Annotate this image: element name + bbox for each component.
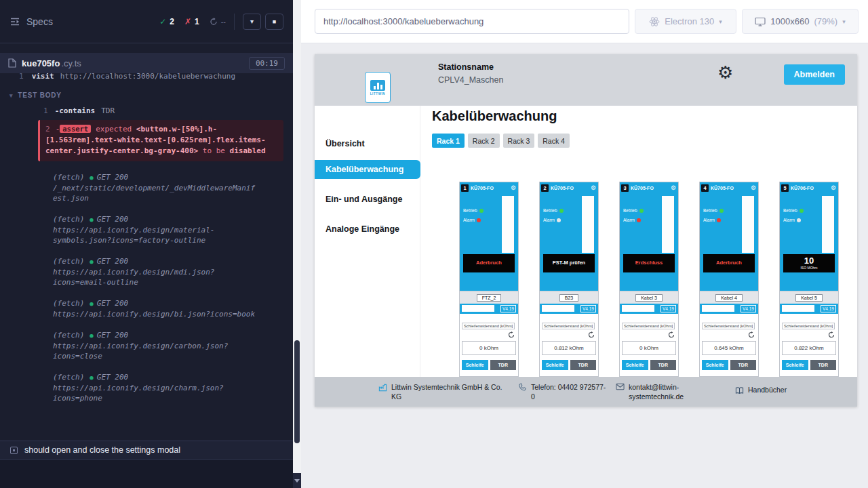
browser-selector[interactable]: Electron 130 ▾ [635, 9, 736, 34]
refresh-icon[interactable] [460, 331, 515, 338]
device-card-5: 5KÜ706-FO⚙ Betrieb Alarm 10ISO MOhm Kabe… [779, 182, 839, 377]
pending-stat: -- [210, 18, 226, 26]
log-visit-command[interactable]: 1visithttp://localhost:3000/kabelueberwa… [0, 73, 293, 81]
schleife-button[interactable]: Schleife [702, 360, 728, 370]
log-fetch-entry[interactable]: (fetch)●GET 200 https://api.iconify.desi… [53, 214, 256, 245]
spec-name[interactable]: kue705fo [22, 58, 60, 68]
tdr-button[interactable]: TDR [570, 360, 597, 370]
failed-count: 1 [195, 17, 199, 26]
cable-indicator-strip [502, 196, 514, 253]
status-display: Aderbruch [463, 254, 515, 272]
refresh-icon[interactable] [780, 331, 835, 338]
rack-tabs: Rack 1 Rack 2 Rack 3 Rack 4 [432, 134, 570, 148]
red-led-icon [637, 218, 641, 222]
tab-rack-4[interactable]: Rack 4 [538, 134, 570, 148]
device-card-4: 4KÜ705-FO⚙ Betrieb Alarm Aderbruch Kabel… [699, 182, 759, 377]
betrieb-led: Betrieb [623, 208, 644, 213]
red-led-icon [477, 218, 481, 222]
url-input[interactable] [315, 9, 629, 34]
failed-stat: ✗1 [184, 17, 199, 26]
spec-timer: 00:19 [249, 57, 285, 70]
littwin-logo: LITTWIN [365, 72, 391, 103]
device-gear-icon[interactable]: ⚙ [591, 185, 596, 191]
device-number: 1 [461, 184, 469, 192]
schleife-button[interactable]: Schleife [622, 360, 648, 370]
device-input-field [622, 305, 654, 312]
test-box-icon [10, 447, 18, 454]
cable-name: Kabel 4 [715, 294, 743, 302]
log-fetch-entry[interactable]: (fetch)●GET 200 https://api.iconify.desi… [53, 330, 256, 361]
resistance-label: Schleifenwiderstand [kOhm] [622, 323, 675, 329]
reporter-scrollbar[interactable] [293, 0, 301, 488]
resistance-label: Schleifenwiderstand [kOhm] [542, 323, 595, 329]
red-led-icon [717, 218, 721, 222]
settings-gear-icon[interactable]: ⚙ [717, 64, 733, 81]
schleife-button[interactable]: Schleife [462, 360, 488, 370]
device-gear-icon[interactable]: ⚙ [511, 185, 516, 191]
betrieb-led: Betrieb [543, 208, 564, 213]
pending-count: -- [221, 18, 226, 26]
sidebar-item-analoge-eingaenge[interactable]: Analoge Eingänge [315, 220, 420, 239]
refresh-icon[interactable] [620, 331, 675, 338]
device-gear-icon[interactable]: ⚙ [671, 185, 676, 191]
device-gear-icon[interactable]: ⚙ [751, 185, 756, 191]
specs-menu-button[interactable]: Specs [9, 16, 53, 27]
log-fetch-entry[interactable]: (fetch)●GET 200 https://api.iconify.desi… [53, 256, 256, 287]
chevron-down-icon: ▾ [250, 18, 254, 25]
device-card-1: 1KÜ705-FO⚙ Betrieb Alarm Aderbruch FTZ_2… [459, 182, 519, 377]
sidebar-item-uebersicht[interactable]: Übersicht [315, 134, 420, 153]
tab-rack-1[interactable]: Rack 1 [432, 134, 465, 148]
fetch-url: https://api.iconify.design/material-symb… [53, 225, 256, 245]
schleife-button[interactable]: Schleife [542, 360, 568, 370]
app-footer: Littwin Systemtechnik GmbH & Co. KG Tele… [315, 377, 857, 407]
logout-button[interactable]: Abmelden [784, 64, 845, 85]
sidebar-item-ein-und-ausgaenge[interactable]: Ein- und Ausgänge [315, 190, 420, 209]
iso-unit: ISO MOhm [800, 266, 817, 270]
refresh-icon[interactable] [700, 331, 755, 338]
scrollbar-down-arrow[interactable] [293, 473, 301, 488]
fetch-url: https://api.iconify.design/mdi.json?icon… [53, 267, 256, 287]
passed-stat: ✓2 [159, 17, 174, 26]
log-fetch-entry[interactable]: (fetch)●GET 200 https://api.iconify.desi… [53, 372, 256, 403]
app-viewport: LITTWIN Stationsname CPLV4_Maschen ⚙ Abm… [315, 54, 857, 407]
log-contains-command[interactable]: 1-containsTDR [0, 106, 293, 115]
collapse-reporter-button[interactable]: ▾ [243, 14, 261, 30]
green-led-icon [559, 209, 564, 213]
footer-email[interactable]: kontakt@littwin-systemtechnik.de [616, 382, 691, 401]
footer-phone[interactable]: Telefon: 04402 972577-0 [518, 382, 610, 401]
schleife-button[interactable]: Schleife [782, 360, 808, 370]
device-card-2: 2KÜ705-FO⚙ Betrieb Alarm PST-M prüfen B2… [539, 182, 599, 377]
tdr-button[interactable]: TDR [490, 360, 517, 370]
sidebar-item-kabelueberwachung[interactable]: Kabelüberwachung [315, 160, 420, 179]
log-fetch-entry[interactable]: (fetch)●GET 200 https://api.iconify.desi… [53, 298, 256, 319]
viewport-selector[interactable]: 1000x660 (79%) ▾ [742, 9, 859, 34]
off-led-icon [797, 218, 801, 222]
line-number: 2 [45, 125, 50, 134]
check-icon: ✓ [159, 17, 166, 26]
resistance-label: Schleifenwiderstand [kOhm] [702, 323, 755, 329]
next-test-row[interactable]: should open and close the settings modal [0, 441, 293, 460]
success-dot-icon: ● [90, 258, 93, 265]
scrollbar-thumb[interactable] [294, 340, 300, 443]
refresh-icon[interactable] [540, 331, 595, 338]
logo-buildings-icon [370, 80, 385, 91]
test-body-section-header[interactable]: ▾TEST BODY [9, 92, 293, 99]
device-gear-icon[interactable]: ⚙ [831, 185, 836, 191]
stop-tests-button[interactable]: ■ [265, 14, 283, 30]
refresh-icon [210, 18, 218, 26]
device-card-3: 3KÜ705-FO⚙ Betrieb Alarm Erdschluss Kabe… [619, 182, 679, 377]
fetch-url: https://api.iconify.design/carbon.json?i… [53, 341, 256, 361]
footer-manuals[interactable]: Handbücher [735, 385, 787, 394]
tab-rack-3[interactable]: Rack 3 [503, 134, 535, 148]
device-model: KÜ705-FO [551, 186, 589, 190]
status-display: Erdschluss [623, 254, 675, 272]
resistance-value: 0 kOhm [462, 341, 516, 355]
tdr-button[interactable]: TDR [810, 360, 837, 370]
tdr-button[interactable]: TDR [650, 360, 677, 370]
log-failed-assert[interactable]: 2-assertexpected <button.w-[50%].h-[1.56… [38, 120, 283, 161]
spec-extension: .cy.ts [61, 58, 81, 68]
electron-icon [649, 16, 660, 27]
tdr-button[interactable]: TDR [730, 360, 757, 370]
log-fetch-entry[interactable]: (fetch)●GET 200 /_next/static/developmen… [53, 172, 256, 203]
tab-rack-2[interactable]: Rack 2 [468, 134, 500, 148]
